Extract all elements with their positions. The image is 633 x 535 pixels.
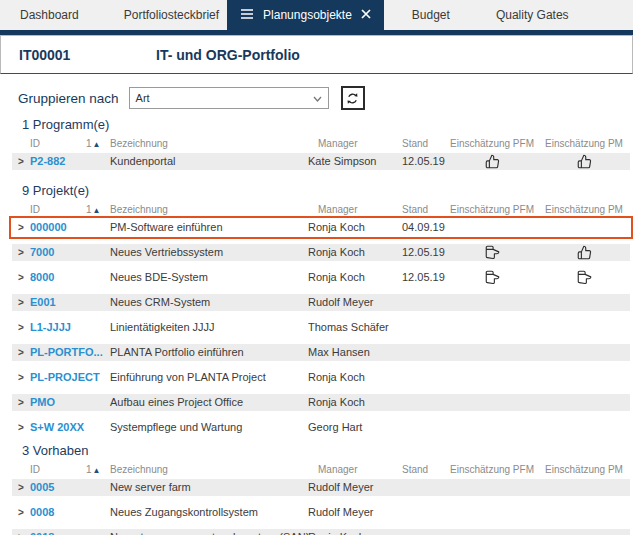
table-row[interactable]: >0008Neues ZugangskontrollsystemRudolf M… [12,504,630,521]
col-header-einschaetzung-pm[interactable]: Einschätzung PM [538,464,630,476]
cell-einschaetzung-pm [538,504,630,521]
expand-row-icon[interactable]: > [12,269,30,286]
col-header-id[interactable]: ID [30,138,86,150]
sort-indicator[interactable]: 1▲ [86,204,106,216]
table-row[interactable]: >E001Neues CRM-SystemRudolf Meyer [12,294,630,311]
table-row[interactable]: >000000PM-Software einführenRonja Koch04… [12,219,630,236]
expand-row-icon[interactable]: > [12,244,30,261]
col-header-bezeichnung[interactable]: Bezeichnung [106,464,304,476]
row-stand [398,419,446,436]
row-manager: Rudolf Meyer [304,504,398,521]
row-id-link[interactable]: PMO [30,394,106,411]
thumb-neutral-icon[interactable] [485,245,500,260]
expand-row-icon[interactable]: > [12,479,30,496]
row-id-link[interactable]: 0005 [30,479,106,496]
table-row[interactable]: >S+W 20XXSystempflege und WartungGeorg H… [12,419,630,436]
row-stand [398,319,446,336]
table-row[interactable]: >P2-882KundenportalKate Simpson12.05.19 [12,153,630,170]
tab-portfoliosteckbrief[interactable]: Portfoliosteckbrief [124,0,219,30]
expand-row-icon[interactable]: > [12,529,30,535]
col-header-bezeichnung[interactable]: Bezeichnung [106,204,304,216]
sort-indicator[interactable]: 1▲ [86,464,106,476]
cell-einschaetzung-pm [538,294,630,311]
tab-quality-gates[interactable]: Quality Gates [496,0,569,30]
expand-row-icon[interactable]: > [12,394,30,411]
col-header-manager[interactable]: Manager [304,464,398,476]
col-header-manager[interactable]: Manager [304,138,398,150]
row-stand [398,344,446,361]
tab-label: Budget [412,8,450,22]
table-row[interactable]: >L1-JJJJLinientätigkeiten JJJJThomas Sch… [12,319,630,336]
col-header-id[interactable]: ID [30,204,86,216]
table-header-row: ID1▲BezeichnungManagerStandEinschätzung … [12,204,630,215]
row-id-link[interactable]: PL-PORTFO... [30,344,106,361]
row-manager: Ronja Koch [304,529,398,535]
thumb-up-icon[interactable] [577,245,592,260]
row-id-link[interactable]: 7000 [30,244,106,261]
tab-planungsobjekte[interactable]: Planungsobjekte [227,0,384,30]
table-row[interactable]: >7000Neues VertriebssystemRonja Koch12.0… [12,244,630,261]
table-row[interactable]: >0018New storage area network system (SA… [12,529,630,535]
row-id-link[interactable]: PL-PROJECT [30,369,106,386]
table-row[interactable]: >PL-PROJECTEinführung von PLANTA Project… [12,369,630,386]
col-header-stand[interactable]: Stand [398,138,446,150]
cell-einschaetzung-pm [538,529,630,535]
col-header-einschaetzung-pm[interactable]: Einschätzung PM [538,138,630,150]
col-header-einschaetzung-pfm[interactable]: Einschätzung PFM [446,204,538,216]
thumb-neutral-icon[interactable] [577,270,592,285]
col-header-einschaetzung-pm[interactable]: Einschätzung PM [538,204,630,216]
col-header-bezeichnung[interactable]: Bezeichnung [106,138,304,150]
expand-row-icon[interactable]: > [12,504,30,521]
thumb-up-icon[interactable] [577,154,592,169]
hamburger-icon[interactable] [240,8,254,23]
row-id-link[interactable]: L1-JJJJ [30,319,106,336]
expand-row-icon[interactable]: > [12,344,30,361]
row-stand: 12.05.19 [398,244,446,261]
row-id-link[interactable]: P2-882 [30,153,106,170]
group-by-selected-value: Art [136,92,150,104]
col-header-stand[interactable]: Stand [398,204,446,216]
row-id-link[interactable]: 0008 [30,504,106,521]
row-id-link[interactable]: 000000 [30,219,106,236]
col-header-stand[interactable]: Stand [398,464,446,476]
row-manager: Kate Simpson [304,153,398,170]
expand-row-icon[interactable]: > [12,319,30,336]
thumb-neutral-icon[interactable] [485,270,500,285]
table-row[interactable]: >PMOAufbau eines Project OfficeRonja Koc… [12,394,630,411]
table-row[interactable]: >8000Neues BDE-SystemRonja Koch12.05.19 [12,269,630,286]
table-row[interactable]: >0005New server farmRudolf Meyer [12,479,630,496]
expand-row-icon[interactable]: > [12,294,30,311]
row-manager: Ronja Koch [304,269,398,286]
cell-einschaetzung-pm [538,319,630,336]
cell-einschaetzung-pfm [446,419,538,436]
col-header-manager[interactable]: Manager [304,204,398,216]
table-header-row: ID1▲BezeichnungManagerStandEinschätzung … [12,138,630,149]
row-id-link[interactable]: 8000 [30,269,106,286]
expand-row-icon[interactable]: > [12,219,30,236]
row-id-link[interactable]: S+W 20XX [30,419,106,436]
row-manager: Rudolf Meyer [304,479,398,496]
tab-budget[interactable]: Budget [412,0,450,30]
expand-row-icon[interactable]: > [12,369,30,386]
row-bezeichnung: PM-Software einführen [106,219,304,236]
col-header-id[interactable]: ID [30,464,86,476]
row-id-link[interactable]: 0018 [30,529,106,535]
tab-label: Planungsobjekte [263,8,352,22]
table-row[interactable]: >PL-PORTFO...PLANTA Portfolio einführenM… [12,344,630,361]
close-icon[interactable] [361,8,371,22]
col-header-einschaetzung-pfm[interactable]: Einschätzung PFM [446,138,538,150]
group-title: 9 Projekt(e) [22,184,633,198]
sort-priority: 1 [86,138,92,149]
tab-dashboard[interactable]: Dashboard [20,0,79,30]
row-bezeichnung: Linientätigkeiten JJJJ [106,319,304,336]
sort-indicator[interactable]: 1▲ [86,138,106,150]
expand-row-icon[interactable]: > [12,153,30,170]
row-id-link[interactable]: E001 [30,294,106,311]
table-header-row: ID1▲BezeichnungManagerStandEinschätzung … [12,464,630,475]
col-header-einschaetzung-pfm[interactable]: Einschätzung PFM [446,464,538,476]
group-by-select[interactable]: Art [129,87,329,109]
expand-row-icon[interactable]: > [12,419,30,436]
refresh-button[interactable] [341,86,365,110]
thumb-up-icon[interactable] [485,154,500,169]
tab-label: Dashboard [20,8,79,22]
